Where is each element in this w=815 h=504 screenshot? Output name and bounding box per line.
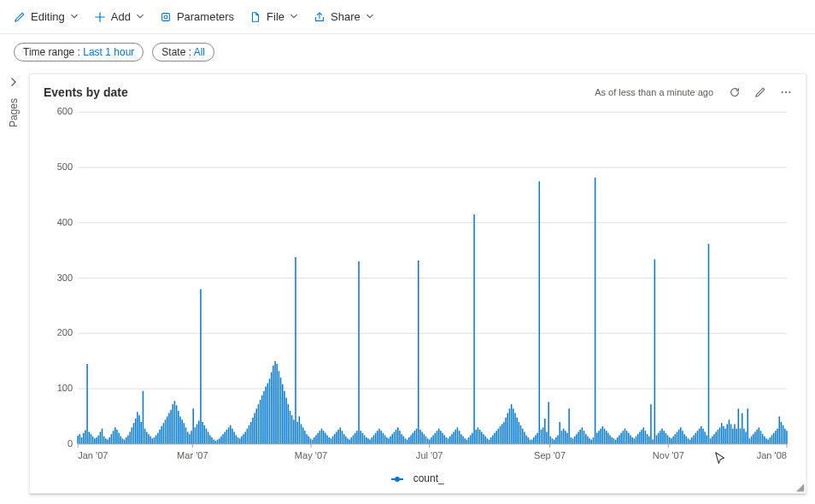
panel-title: Events by date <box>44 85 128 99</box>
time-range-pill[interactable]: Time range : Last 1 hour <box>14 43 144 62</box>
svg-text:600: 600 <box>57 107 73 116</box>
parameters-icon <box>160 11 172 23</box>
svg-point-3 <box>785 91 787 93</box>
refresh-button[interactable] <box>725 83 744 102</box>
file-icon <box>249 11 261 23</box>
plus-icon <box>94 11 106 23</box>
time-range-key: Time range : <box>23 46 80 58</box>
svg-point-4 <box>789 91 790 93</box>
time-range-value: Last 1 hour <box>83 46 134 58</box>
toolbar: Editing Add Parameters File Share <box>0 0 815 34</box>
editing-menu[interactable]: Editing <box>14 10 79 23</box>
svg-point-1 <box>164 15 167 19</box>
svg-text:Mar '07: Mar '07 <box>177 449 208 460</box>
svg-text:400: 400 <box>57 217 73 227</box>
svg-point-2 <box>782 91 783 93</box>
svg-text:500: 500 <box>57 161 73 172</box>
edit-button[interactable] <box>751 83 770 102</box>
more-button[interactable] <box>777 83 795 102</box>
svg-text:May '07: May '07 <box>295 449 327 460</box>
chevron-down-icon <box>366 10 374 23</box>
share-menu[interactable]: Share <box>314 10 374 23</box>
svg-text:200: 200 <box>57 327 73 337</box>
expand-rail-button[interactable] <box>9 77 19 90</box>
pages-side-rail: Pages <box>0 70 27 502</box>
file-menu[interactable]: File <box>249 10 298 23</box>
share-icon <box>314 11 325 23</box>
chevron-down-icon <box>70 10 79 23</box>
file-label: File <box>267 10 284 23</box>
svg-text:Nov '07: Nov '07 <box>653 449 684 460</box>
legend-series-label: count_ <box>413 472 444 484</box>
svg-text:Jan '08: Jan '08 <box>757 449 787 460</box>
chart-panel: Events by date As of less than a minute … <box>29 73 806 494</box>
filter-bar: Time range : Last 1 hour State : All <box>0 34 815 70</box>
svg-text:Jan '07: Jan '07 <box>78 449 108 460</box>
svg-text:Jul '07: Jul '07 <box>416 449 443 460</box>
add-label: Add <box>111 10 131 23</box>
chevron-down-icon <box>136 10 144 23</box>
add-menu[interactable]: Add <box>94 10 144 23</box>
chart-legend: count_ <box>30 469 806 493</box>
parameters-label: Parameters <box>177 10 234 23</box>
parameters-button[interactable]: Parameters <box>160 10 234 23</box>
state-pill[interactable]: State : All <box>152 43 214 62</box>
svg-text:0: 0 <box>67 438 73 448</box>
legend-swatch-icon <box>391 478 403 480</box>
pages-rail-label: Pages <box>8 98 20 127</box>
svg-text:300: 300 <box>57 272 73 282</box>
state-key: State : <box>161 46 191 58</box>
svg-rect-0 <box>162 13 170 21</box>
chevron-down-icon <box>290 10 298 23</box>
pencil-icon <box>14 11 26 23</box>
share-label: Share <box>331 10 361 23</box>
chart-area[interactable]: 0100200300400500600Jan '07Mar '07May '07… <box>30 107 806 469</box>
editing-label: Editing <box>31 10 65 23</box>
panel-timestamp: As of less than a minute ago <box>595 87 713 97</box>
state-value: All <box>194 46 205 58</box>
svg-text:100: 100 <box>57 383 73 393</box>
svg-text:Sep '07: Sep '07 <box>534 449 566 460</box>
